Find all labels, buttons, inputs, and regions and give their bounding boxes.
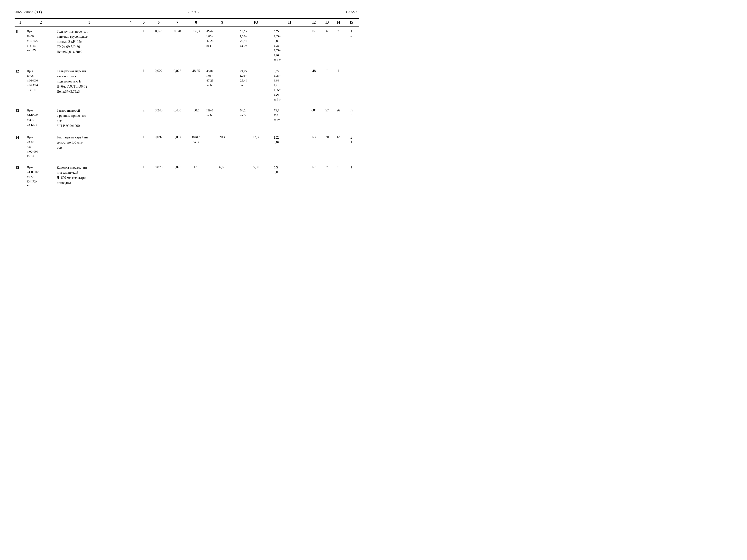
col-header-14: I4 [333, 19, 344, 26]
table-row: I2 Пр-тI9-06п.I6-OI0п.I6-OI43-У-6II Таль… [15, 68, 359, 103]
row-col9-I4: 20,4 [205, 134, 239, 160]
row-col11-I2: 3,7хI,05=3,88I,2хI,05=I,26за I т [273, 68, 306, 103]
row-col6-I2: 0,022 [149, 68, 168, 103]
row-col6-I4: 0,097 [149, 134, 168, 160]
row-num-II: II [15, 26, 26, 63]
row-unit-II [123, 26, 138, 63]
row-num-I5: I5 [15, 164, 26, 190]
row-desc-I5: Колонка управле- штния задвижкойД=600 мм… [56, 164, 123, 190]
row-col8-II: I66,3 [187, 26, 205, 63]
row-col8-I2: 48,25 [187, 68, 205, 103]
row-qty-I4: I [138, 134, 149, 160]
row-col13-I2: I [321, 68, 333, 103]
col-header-8: 8 [187, 19, 205, 26]
row-col10-I3: 54,2за Iт [239, 107, 273, 129]
row-col14-II: 3 [333, 26, 344, 63]
row-col7-I3: 0,480 [168, 107, 187, 129]
col-header-5: 5 [138, 19, 149, 26]
row-col8-I3: 302 [187, 107, 205, 129]
row-col6-I5: 0,075 [149, 164, 168, 190]
separator [15, 63, 359, 68]
row-col15-II: I– [344, 26, 359, 63]
col-header-11: II [273, 19, 306, 26]
row-col6-I3: 0,240 [149, 107, 168, 129]
header-left: 902-I-7083 (XI) [15, 10, 42, 15]
row-col12-II: I66 [307, 26, 322, 63]
col-header-1: I [15, 19, 26, 26]
row-col12-I3: 604 [307, 107, 322, 129]
row-col11-I5: 0,50,09 [273, 164, 306, 190]
row-col13-I4: 20 [321, 134, 333, 160]
row-ref-I5: Пр-т24-IO-02п.I70I2-II72-5I [26, 164, 56, 190]
row-col9-I5: 6,66 [205, 164, 239, 190]
separator [15, 129, 359, 134]
row-col14-I4: I2 [333, 134, 344, 160]
row-qty-I3: 2 [138, 107, 149, 129]
col-header-10: IO [239, 19, 273, 26]
col-header-7: 7 [168, 19, 187, 26]
separator [15, 103, 359, 107]
row-num-I3: I3 [15, 107, 26, 129]
row-col12-I2: 48 [307, 68, 322, 103]
table-row: I5 Пр-т24-IO-02п.I70I2-II72-5I Колонка у… [15, 164, 359, 190]
col-header-6: 6 [149, 19, 168, 26]
row-col15-I4: 2I [344, 134, 359, 160]
col-header-3: 3 [56, 19, 123, 26]
row-col12-I4: I77 [307, 134, 322, 160]
row-col15-I5: I– [344, 164, 359, 190]
row-col7-I2: 0,022 [168, 68, 187, 103]
row-qty-I5: I [138, 164, 149, 190]
row-desc-II: Таль ручная пере- штдвижная грузоподъем-… [56, 26, 123, 63]
page-header: 902-I-7083 (XI) - 78 - 1982-11 [15, 10, 359, 16]
col-header-12: I2 [307, 19, 322, 26]
row-col15-I3: 358 [344, 107, 359, 129]
row-unit-I2 [123, 68, 138, 103]
header-right: 1982-11 [345, 10, 359, 15]
row-col14-I2: I [333, 68, 344, 103]
row-col11-II: 3,7хI,05=3,88I,2хI,05=I,26за I т [273, 26, 306, 63]
row-col13-II: 6 [321, 26, 333, 63]
column-headers: I 2 3 4 5 6 7 8 9 IO II I2 I3 I4 I5 [15, 19, 359, 26]
row-col10-I4: I2,3 [239, 134, 273, 160]
row-desc-I4: Бак разрыва струй,штемкостью I80 лит-ров [56, 134, 123, 160]
header-center: - 78 - [188, 10, 200, 15]
row-col10-I5: 5,3I [239, 164, 273, 190]
table-row: I4 Пр-т23-03ч.IIп.02-00II8-I-2 Бак разры… [15, 134, 359, 160]
table-row: I3 Пр-т24-IO-02п.30622-I20-I Затвор щито… [15, 107, 359, 129]
row-col15-I2: – [344, 68, 359, 103]
row-col13-I3: 57 [321, 107, 333, 129]
separator [15, 160, 359, 164]
table-row: II Пр-нтI9-06п.16-0273-У-6IIк=1,05 Таль … [15, 26, 359, 63]
row-desc-I2: Таль ручная чер- штвячная грузо-подъемно… [56, 68, 123, 103]
row-num-I2: I2 [15, 68, 26, 103]
row-unit-I4 [123, 134, 138, 160]
row-col8-I4: I820,0за Iт [187, 134, 205, 160]
row-qty-I2: I [138, 68, 149, 103]
row-ref-I2: Пр-тI9-06п.I6-OI0п.I6-OI43-У-6II [26, 68, 56, 103]
row-col10-I2: 24,2хI,05=25,4Iза I т [239, 68, 273, 103]
row-col14-I5: 5 [333, 164, 344, 190]
row-col7-I4: 0,097 [168, 134, 187, 160]
col-header-9: 9 [205, 19, 239, 26]
row-col6-II: 0,I28 [149, 26, 168, 63]
row-unit-I3 [123, 107, 138, 129]
row-col14-I3: 26 [333, 107, 344, 129]
row-col9-II: 45,0хI,05=47,25за т [205, 26, 239, 63]
main-table: I 2 3 4 5 6 7 8 9 IO II I2 I3 I4 I5 II П… [15, 18, 359, 189]
col-header-13: I3 [321, 19, 333, 26]
col-header-2: 2 [26, 19, 56, 26]
row-col8-I5: I28 [187, 164, 205, 190]
row-desc-I3: Затвор щитовойс ручным приво- штдомЗШ-Р-… [56, 107, 123, 129]
row-col7-II: 0,I28 [168, 26, 187, 63]
row-ref-II: Пр-нтI9-06п.16-0273-У-6IIк=1,05 [26, 26, 56, 63]
row-ref-I3: Пр-т24-IO-02п.30622-I20-I [26, 107, 56, 129]
row-col11-I3: 72,II6,Iза Iт [273, 107, 306, 129]
row-col9-I2: 45,0хI,05=47,25за Iт [205, 68, 239, 103]
col-header-15: I5 [344, 19, 359, 26]
row-col9-I3: I39,0за Iт [205, 107, 239, 129]
row-qty-II: I [138, 26, 149, 63]
row-num-I4: I4 [15, 134, 26, 160]
row-col13-I5: 7 [321, 164, 333, 190]
row-ref-I4: Пр-т23-03ч.IIп.02-00II8-I-2 [26, 134, 56, 160]
row-col11-I4: 1,780,84 [273, 134, 306, 160]
